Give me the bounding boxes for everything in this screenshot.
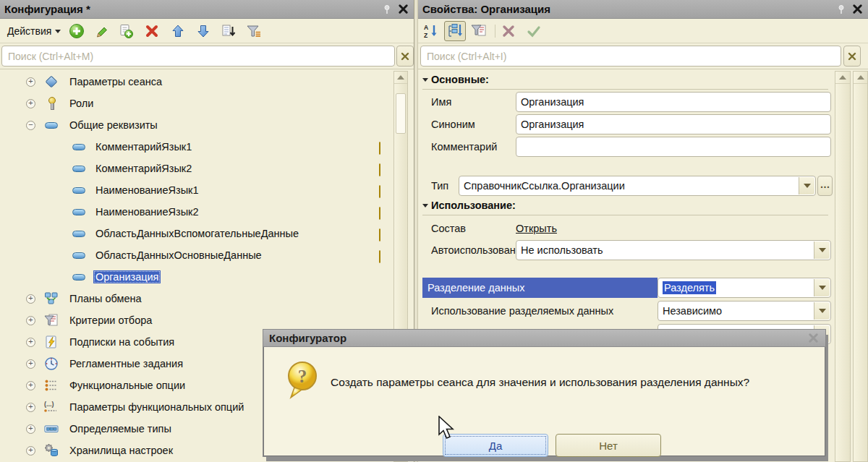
type-combo[interactable]: СправочникСсылка.Организации	[459, 176, 816, 196]
expand-plus-icon[interactable]	[26, 316, 35, 325]
locked-marker-icon	[379, 251, 380, 262]
tree-item-common-attributes[interactable]: Общие реквизиты	[0, 114, 392, 136]
shared-usage-combo[interactable]: Независимо	[658, 301, 831, 321]
filter-icon[interactable]	[245, 22, 263, 40]
svg-text:?: ?	[298, 367, 307, 386]
dialog-close-icon[interactable]	[807, 332, 820, 345]
comment-field[interactable]	[516, 137, 831, 157]
tree-item-naimenovanie-yazyk1[interactable]: НаименованиеЯзык1	[0, 179, 392, 201]
tree-item-oblast-dannyh-osnovnye[interactable]: ОбластьДанныхОсновныеДанные	[0, 244, 392, 266]
tree-item-kommentariy-yazyk1[interactable]: КомментарийЯзык1	[0, 136, 392, 158]
close-icon[interactable]	[396, 3, 409, 16]
expand-plus-icon[interactable]	[26, 446, 35, 455]
delete-button[interactable]	[143, 22, 161, 40]
search-input[interactable]	[1, 46, 395, 67]
tree-item-label: Критерии отбора	[67, 314, 154, 327]
expand-plus-icon[interactable]	[26, 381, 35, 390]
locked-marker-icon	[379, 164, 380, 176]
sort-alphabetical-icon[interactable]: AZ	[422, 22, 440, 40]
pin-icon[interactable]	[380, 3, 393, 16]
collapse-minus-icon[interactable]	[26, 121, 35, 130]
scroll-up-icon[interactable]	[854, 72, 867, 84]
common-attribute-icon	[71, 161, 87, 176]
event-subscriptions-icon	[43, 335, 59, 349]
expand-plus-icon[interactable]	[26, 77, 35, 87]
scroll-up-icon[interactable]	[394, 72, 407, 84]
cancel-icon	[500, 22, 517, 40]
add-button[interactable]	[68, 22, 85, 40]
palette-scrollbar[interactable]	[853, 71, 868, 462]
settings-storage-icon	[43, 443, 59, 458]
dropdown-arrow-icon[interactable]	[814, 279, 830, 296]
sort-icon[interactable]	[220, 22, 237, 40]
type-choose-button[interactable]: …	[817, 176, 833, 196]
toolbar-separator	[495, 25, 495, 38]
section-usage-header[interactable]: Использование:	[422, 200, 516, 211]
common-attribute-icon	[71, 205, 87, 219]
expand-plus-icon[interactable]	[26, 294, 35, 304]
section-main-header[interactable]: Основные:	[422, 74, 489, 85]
expand-plus-icon[interactable]	[26, 403, 35, 412]
expand-plus-icon[interactable]	[26, 99, 35, 108]
pin-icon[interactable]	[835, 3, 848, 16]
close-icon[interactable]	[851, 3, 864, 16]
tree-item-roles[interactable]: Роли	[0, 93, 392, 114]
no-button[interactable]: Нет	[556, 434, 661, 457]
tree-item-naimenovanie-yazyk2[interactable]: НаименованиеЯзык2	[0, 201, 392, 223]
copy-button[interactable]	[117, 22, 135, 40]
type-label: Тип	[431, 176, 448, 196]
synonym-field[interactable]: Организация	[516, 114, 831, 134]
move-up-icon[interactable]	[169, 22, 187, 40]
yes-button[interactable]: Да	[443, 434, 548, 457]
common-attribute-icon	[71, 140, 87, 154]
expand-plus-icon[interactable]	[26, 424, 35, 434]
expand-plus-icon[interactable]	[26, 338, 35, 347]
properties-search-clear-button[interactable]	[843, 46, 861, 67]
properties-search-input[interactable]	[420, 46, 841, 67]
defined-types-icon	[43, 422, 59, 436]
dropdown-arrow-icon[interactable]	[799, 177, 814, 194]
dropdown-arrow-icon[interactable]	[814, 241, 830, 259]
scheduled-jobs-icon	[43, 356, 59, 371]
tree-item-label: НаименованиеЯзык2	[93, 205, 200, 218]
section-main-label: Основные:	[431, 74, 489, 85]
configurator-screen: Конфигурация * Действия	[0, 0, 868, 462]
properties-title: Свойства: Организация	[422, 3, 550, 15]
tree-item-exchange-plans[interactable]: Планы обмена	[0, 288, 392, 309]
tree-item-session-parameters[interactable]: Параметры сеанса	[0, 71, 392, 93]
separation-combo[interactable]: Разделять	[658, 278, 831, 298]
name-label: Имя	[431, 92, 451, 112]
dialog-message: Создать параметры сеанса для значения и …	[331, 376, 816, 389]
properties-search-row	[418, 43, 868, 69]
section-divider	[422, 215, 828, 215]
tree-item-organizatsiya[interactable]: Организация	[0, 266, 392, 288]
actions-label: Действия	[7, 25, 51, 37]
actions-button[interactable]: Действия	[4, 22, 64, 40]
tree-item-oblast-dannyh-vspomogatelnye[interactable]: ОбластьДанныхВспомогательныеДанные	[0, 223, 392, 244]
svg-text:Z: Z	[424, 32, 427, 39]
functional-options-icon	[43, 378, 59, 393]
search-clear-button[interactable]	[396, 46, 414, 67]
sort-by-category-icon[interactable]	[444, 21, 466, 41]
scrollbar-thumb[interactable]	[396, 93, 406, 134]
shared-usage-value: Независимо	[663, 305, 722, 317]
name-field[interactable]: Организация	[516, 92, 831, 112]
properties-scrollbar[interactable]	[835, 71, 851, 462]
tree-item-label: Подписки на события	[67, 335, 176, 348]
common-attribute-icon	[71, 226, 87, 241]
scroll-up-icon[interactable]	[835, 72, 850, 84]
filter-properties-icon[interactable]	[470, 22, 488, 40]
autouse-combo[interactable]: Не использовать	[516, 240, 831, 260]
svg-text:(...): (...)	[44, 401, 54, 408]
tree-item-filter-criteria[interactable]: Критерии отбора	[0, 309, 392, 331]
svg-text:A: A	[424, 24, 428, 31]
move-down-icon[interactable]	[195, 22, 212, 40]
tree-item-kommentariy-yazyk2[interactable]: КомментарийЯзык2	[0, 158, 392, 179]
edit-button[interactable]	[93, 22, 111, 40]
properties-titlebar: Свойства: Организация	[418, 0, 868, 19]
expand-plus-icon[interactable]	[26, 359, 35, 369]
content-open-link[interactable]: Открыть	[516, 218, 557, 239]
dropdown-arrow-icon[interactable]	[814, 302, 830, 320]
dialog-title: Конфигуратор	[269, 332, 346, 344]
separation-label-selected[interactable]: Разделение данных	[422, 278, 658, 298]
